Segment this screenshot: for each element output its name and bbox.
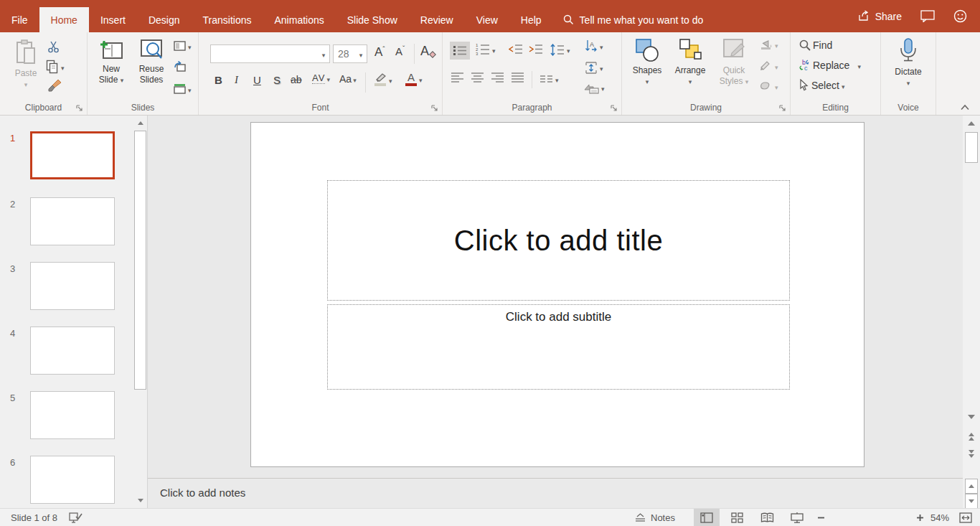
slide-layout-button[interactable] [174,39,192,52]
new-slide-icon [98,38,124,61]
subtitle-placeholder[interactable]: Click to add subtitle [327,304,790,390]
tab-transitions[interactable]: Transitions [192,7,263,32]
zoom-in-button[interactable] [916,509,924,526]
align-right-button[interactable] [491,72,504,83]
fit-to-window-icon [959,512,972,523]
tab-slide-show[interactable]: Slide Show [336,7,409,32]
change-case-button[interactable]: Aa [339,73,357,85]
slide-thumb-box-2[interactable] [30,197,115,245]
new-slide-button[interactable]: New Slide [92,38,131,85]
line-spacing-button[interactable] [550,43,570,56]
comments-icon[interactable] [920,10,935,22]
paragraph-dialog-launcher-icon[interactable] [610,104,618,113]
panel-scroll-thumb[interactable] [134,131,146,390]
shape-effects-button[interactable] [760,80,778,93]
select-button[interactable]: Select [798,79,844,91]
shapes-button[interactable]: Shapes [628,38,666,87]
slide-thumb-box-3[interactable] [30,262,115,310]
tab-design[interactable]: Design [137,7,192,32]
align-text-button[interactable] [585,61,603,74]
main-vertical-scrollbar[interactable] [963,116,980,508]
slide-thumb-box-1[interactable] [30,131,115,179]
numbering-button[interactable]: 1 2 3 [476,43,496,56]
panel-scroll-down-arrow[interactable] [133,494,147,506]
text-shadow-button[interactable]: S [273,74,281,86]
bullets-button[interactable] [450,42,470,60]
font-dialog-launcher-icon[interactable] [430,104,439,113]
clear-formatting-button[interactable]: A [420,44,436,59]
dictate-button[interactable]: Dictate [890,38,926,88]
replace-button[interactable]: b c Replace [798,59,861,71]
font-name-combo[interactable] [210,44,330,63]
find-button[interactable]: Find [799,39,832,51]
italic-button[interactable]: I [235,74,238,86]
text-highlight-button[interactable] [374,72,392,86]
spell-check-status[interactable] [69,509,83,526]
slide-thumb-box-4[interactable] [30,327,115,375]
arrange-button[interactable]: Arrange [669,38,711,87]
format-painter-button[interactable] [47,78,62,93]
align-left-button[interactable] [451,72,464,83]
clipboard-dialog-launcher-icon[interactable] [75,104,84,113]
slide-surface[interactable]: Click to add title Click to add subtitle [250,122,864,467]
convert-smartart-button[interactable] [583,81,605,94]
slide-sorter-view-button[interactable] [724,509,750,526]
tab-animations[interactable]: Animations [263,7,335,32]
scroll-down-arrow[interactable] [965,411,978,423]
notes-toggle-button[interactable]: Notes [635,509,675,526]
drawing-dialog-launcher-icon[interactable] [778,104,787,113]
tab-file[interactable]: File [0,7,39,32]
tab-insert[interactable]: Insert [89,7,137,32]
normal-view-button[interactable] [694,509,720,526]
notes-scroll-up-arrow[interactable] [965,479,978,494]
notes-pane[interactable]: Click to add notes [148,478,963,508]
thumbnail-panel-scrollbar[interactable] [133,116,147,508]
zoom-level[interactable]: 54% [930,509,949,526]
scroll-up-arrow[interactable] [965,118,978,129]
tell-me-search[interactable]: Tell me what you want to do [553,7,714,32]
bold-button[interactable]: B [215,74,222,86]
grow-font-button[interactable]: Aˆ [374,45,385,60]
collapse-ribbon-chevron-icon[interactable] [960,104,970,111]
tab-review[interactable]: Review [409,7,465,32]
tab-help[interactable]: Help [509,7,553,32]
font-size-combo[interactable]: 28 [333,44,367,63]
zoom-out-button[interactable] [817,509,825,526]
title-placeholder[interactable]: Click to add title [327,180,790,301]
align-center-button[interactable] [471,72,484,83]
tab-view[interactable]: View [465,7,509,32]
panel-scroll-up-arrow[interactable] [133,117,147,128]
reset-slide-button[interactable] [174,61,186,72]
reuse-slides-button[interactable]: Reuse Slides [132,38,171,85]
next-slide-button[interactable] [965,447,978,460]
font-color-button[interactable]: A [405,72,423,86]
feedback-smiley-icon[interactable] [953,9,967,23]
tab-home[interactable]: Home [39,7,89,32]
cut-button[interactable] [47,41,60,53]
copy-button[interactable] [46,60,65,74]
previous-slide-button[interactable] [965,430,978,443]
slide-thumb-box-5[interactable] [30,391,115,439]
section-icon [174,84,186,94]
quick-styles-button[interactable]: Quick Styles [715,38,753,87]
underline-button[interactable]: U [253,74,261,86]
increase-indent-button[interactable] [529,44,543,55]
paste-button[interactable]: Paste [9,39,43,90]
justify-button[interactable] [512,72,524,83]
scroll-thumb[interactable] [965,132,978,163]
text-direction-button[interactable]: A [585,39,603,52]
columns-button[interactable] [540,72,559,85]
shape-fill-button[interactable] [760,38,778,51]
reading-view-button[interactable] [754,509,780,526]
character-spacing-button[interactable]: AV [312,72,331,84]
shrink-font-button[interactable]: Aˇ [395,45,405,57]
slide-show-view-button[interactable] [784,509,810,526]
notes-scroll-down-arrow[interactable] [965,494,978,509]
strikethrough-button[interactable]: ab [291,74,302,85]
shape-outline-button[interactable] [760,60,778,72]
decrease-indent-button[interactable] [509,44,523,55]
fit-slide-to-window-button[interactable] [959,509,972,526]
section-button[interactable] [174,83,192,95]
slide-thumb-box-6[interactable] [30,456,115,504]
share-button[interactable]: Share [857,10,902,22]
